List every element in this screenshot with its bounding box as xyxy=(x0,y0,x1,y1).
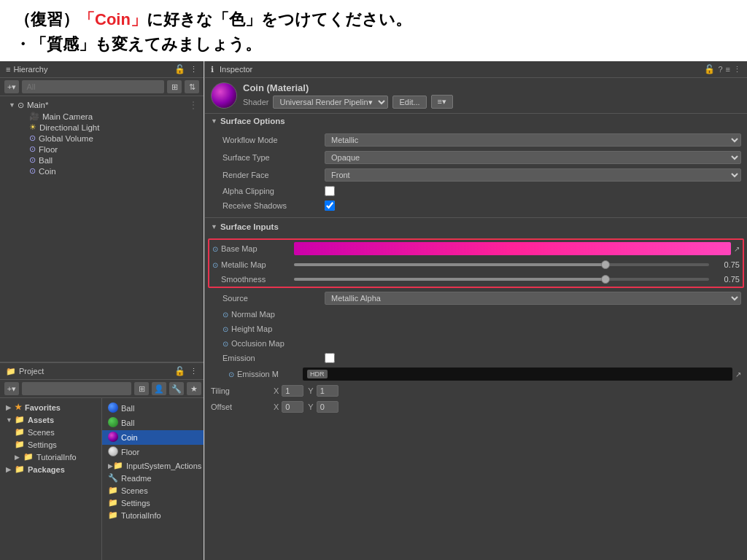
project-packages[interactable]: ▶ 📁 Packages xyxy=(0,463,101,475)
shader-edit-button[interactable]: Edit... xyxy=(392,96,426,109)
floor-ball-icon xyxy=(108,446,118,458)
hier-floor-label: Floor xyxy=(39,145,58,154)
project-assets[interactable]: ▼ 📁 Assets xyxy=(0,413,101,426)
hier-camera-label: Main Camera xyxy=(42,112,93,121)
hierarchy-scene-button[interactable]: ⊞ xyxy=(167,80,182,93)
emission-map-row: ⊙ Emission M HDR ↗ xyxy=(205,365,747,383)
tiling-y-input[interactable] xyxy=(317,385,338,397)
surface-options-body: Workflow Mode Metallic Surface Type Opaq… xyxy=(205,128,747,216)
project-menu-icon[interactable]: ⋮ xyxy=(190,367,198,376)
tiling-label: Tiling xyxy=(211,386,269,395)
inspector-lock-icon[interactable]: 🔓 xyxy=(704,64,715,74)
emission-link-icon[interactable]: ↗ xyxy=(735,370,741,378)
project-content: ▶ ★ Favorites ▼ 📁 Assets 📁 Scenes 📁 xyxy=(0,398,204,560)
surface-type-dropdown[interactable]: Opaque xyxy=(325,151,741,164)
project-person-button[interactable]: 👤 xyxy=(152,382,166,395)
coin-ball-icon xyxy=(108,432,118,443)
hierarchy-add-button[interactable]: +▾ xyxy=(4,80,19,93)
tiling-x-label: X xyxy=(274,386,279,395)
surface-options-header[interactable]: ▼ Surface Options xyxy=(205,114,747,128)
proj-scenes-label: Scenes xyxy=(28,428,55,437)
offset-x-input[interactable] xyxy=(282,401,303,413)
receive-shadows-checkbox[interactable] xyxy=(325,201,335,211)
surface-inputs-header[interactable]: ▼ Surface Inputs xyxy=(205,219,747,234)
offset-y-input[interactable] xyxy=(317,401,338,413)
base-map-controls: ↗ xyxy=(294,242,740,255)
project-lock-icon[interactable]: 🔓 xyxy=(174,366,185,376)
project-header-icons: 🔓 ⋮ xyxy=(174,366,198,376)
hierarchy-item-main[interactable]: ▼ ⊙ Main* ⋮ xyxy=(0,99,204,111)
offset-x-label: X xyxy=(274,402,279,411)
base-map-color-bar[interactable] xyxy=(294,242,731,255)
hierarchy-item-ball[interactable]: ⊙ Ball xyxy=(0,155,204,166)
project-right-panel: Ball Ball Coin Floor ▶ xyxy=(102,398,204,560)
shader-list-button[interactable]: ≡▾ xyxy=(431,95,453,109)
project-asset-readme[interactable]: 🔧 Readme xyxy=(102,472,204,484)
project-search-input[interactable] xyxy=(22,382,131,395)
render-face-dropdown[interactable]: Front xyxy=(325,168,741,182)
project-asset-input[interactable]: ▶ 📁 InputSystem_Actions xyxy=(102,459,204,472)
project-filter-button[interactable]: 🔧 xyxy=(169,382,184,395)
project-scenes[interactable]: 📁 Scenes xyxy=(0,426,101,438)
shader-dropdown[interactable]: Universal Render Pipelin▾ xyxy=(273,96,388,109)
hierarchy-item-floor[interactable]: ⊙ Floor xyxy=(0,144,204,155)
project-tutorialinfo[interactable]: ▶ 📁 TutorialInfo xyxy=(0,451,101,463)
project-asset-floor[interactable]: Floor xyxy=(102,445,204,459)
hierarchy-header-icons: 🔓 ⋮ xyxy=(174,64,198,74)
inspector-title-group: ℹ Inspector xyxy=(211,65,252,74)
hier-main-label: Main* xyxy=(27,101,48,109)
hierarchy-menu-icon[interactable]: ⋮ xyxy=(190,65,198,74)
inspector-layers-icon[interactable]: ≡ xyxy=(726,65,730,74)
workflow-mode-dropdown[interactable]: Metallic xyxy=(325,133,741,147)
hier-main-menu[interactable]: ⋮ xyxy=(189,100,198,110)
tiling-row: Tiling X Y xyxy=(205,383,747,399)
project-asset-ball1[interactable]: Ball xyxy=(102,401,204,416)
main-arrow-icon: ▼ xyxy=(9,101,18,109)
proj-coin-label: Coin xyxy=(121,433,138,442)
render-face-row: Render Face Front xyxy=(205,166,747,184)
tiling-x-input[interactable] xyxy=(282,385,303,397)
emission-checkbox[interactable] xyxy=(325,353,335,363)
base-map-link-icon[interactable]: ↗ xyxy=(734,245,740,253)
project-add-button[interactable]: +▾ xyxy=(4,382,19,395)
project-asset-ball2[interactable]: Ball xyxy=(102,416,204,430)
assets-folder-icon: 📁 xyxy=(15,415,25,424)
packages-arrow-icon: ▶ xyxy=(6,466,15,473)
hierarchy-item-camera[interactable]: 🎥 Main Camera xyxy=(0,111,204,122)
hierarchy-sort-button[interactable]: ⇅ xyxy=(185,80,199,93)
project-asset-coin[interactable]: Coin xyxy=(102,430,204,445)
project-star-button[interactable]: ★ xyxy=(187,382,201,395)
source-row: Source Metallic Alpha xyxy=(205,289,747,307)
surface-type-row: Surface Type Opaque xyxy=(205,149,747,166)
hierarchy-item-volume[interactable]: ⊙ Global Volume xyxy=(0,133,204,144)
project-asset-settings2[interactable]: 📁 Settings xyxy=(102,497,204,509)
smoothness-controls: 0.75 xyxy=(294,275,740,284)
alpha-clipping-checkbox[interactable] xyxy=(325,186,335,196)
height-map-label: Height Map xyxy=(231,324,319,333)
hierarchy-title-group: ≡ Hierarchy xyxy=(6,65,48,74)
base-map-label: Base Map xyxy=(221,244,294,253)
instruction-line1: （復習）「Coin」に好きな「色」をつけてください。 xyxy=(15,9,732,31)
inspector-menu-icon[interactable]: ⋮ xyxy=(733,65,741,74)
height-map-row: ⊙ Height Map xyxy=(205,322,747,336)
smoothness-row: ⊙ Smoothness 0.75 xyxy=(209,272,743,287)
top-instruction: （復習）「Coin」に好きな「色」をつけてください。 ・「質感」も変えてみましょ… xyxy=(0,0,747,61)
divider-1 xyxy=(205,217,747,218)
project-header: 📁 Project 🔓 ⋮ xyxy=(0,363,204,380)
project-asset-scenes2[interactable]: 📁 Scenes xyxy=(102,484,204,497)
render-face-label: Render Face xyxy=(222,171,325,179)
project-asset-tutorial2[interactable]: 📁 TutorialInfo xyxy=(102,509,204,521)
hierarchy-item-light[interactable]: ☀ Directional Light xyxy=(0,122,204,133)
project-settings[interactable]: 📁 Settings xyxy=(0,438,101,451)
source-dropdown[interactable]: Metallic Alpha xyxy=(325,292,741,305)
project-favorites[interactable]: ▶ ★ Favorites xyxy=(0,401,101,413)
tiling-y-label: Y xyxy=(308,386,313,395)
hierarchy-lock-icon[interactable]: 🔓 xyxy=(174,64,185,74)
inspector-question-icon[interactable]: ? xyxy=(718,65,722,74)
project-title-label: Project xyxy=(19,367,44,376)
smoothness-slider-track xyxy=(294,278,709,281)
tiling-y-group: Y xyxy=(308,385,338,397)
project-refresh-button[interactable]: ⊞ xyxy=(134,382,149,395)
hierarchy-item-coin[interactable]: ⊙ Coin xyxy=(0,166,204,176)
hierarchy-search-input[interactable] xyxy=(22,80,164,93)
